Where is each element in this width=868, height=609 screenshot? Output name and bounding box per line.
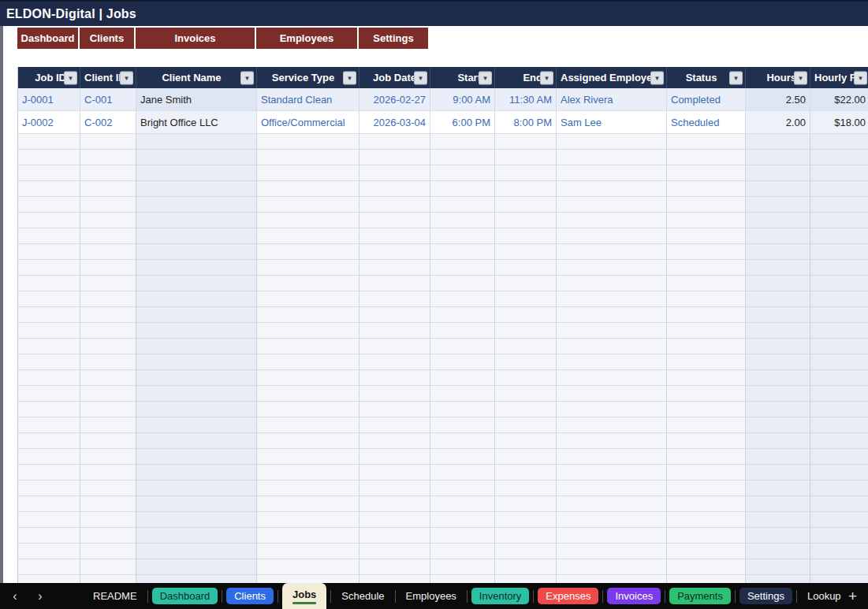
empty-cell[interactable] [667, 370, 746, 386]
add-sheet-button[interactable]: + [848, 589, 857, 603]
empty-cell[interactable] [257, 339, 359, 355]
empty-cell[interactable] [18, 512, 80, 528]
empty-cell[interactable] [557, 481, 667, 496]
empty-cell[interactable] [257, 134, 359, 150]
empty-cell[interactable] [810, 496, 868, 512]
empty-cell[interactable] [667, 496, 746, 512]
empty-cell[interactable] [495, 165, 557, 181]
empty-cell[interactable] [430, 544, 495, 559]
empty-cell[interactable] [495, 449, 557, 465]
empty-cell[interactable] [18, 228, 80, 244]
empty-cell[interactable] [430, 228, 495, 244]
filter-dropdown-button[interactable]: ▼ [650, 71, 664, 84]
empty-cell[interactable] [430, 433, 495, 449]
empty-cell[interactable] [810, 260, 868, 276]
empty-cell[interactable] [557, 402, 667, 418]
empty-cell[interactable] [495, 544, 557, 559]
empty-cell[interactable] [557, 260, 667, 276]
empty-cell[interactable] [80, 339, 136, 355]
sheet-tab-inventory[interactable]: Inventory [471, 588, 529, 604]
empty-cell[interactable] [746, 244, 810, 260]
empty-cell[interactable] [80, 165, 136, 181]
empty-cell[interactable] [359, 276, 430, 292]
empty-cell[interactable] [359, 355, 430, 370]
column-header-client-name[interactable]: Client Name▼ [136, 67, 257, 88]
empty-cell[interactable] [430, 481, 495, 496]
empty-cell[interactable] [80, 260, 136, 276]
empty-cell[interactable] [257, 244, 359, 260]
empty-cell[interactable] [136, 465, 257, 481]
empty-cell[interactable] [557, 307, 667, 323]
empty-cell[interactable] [810, 402, 868, 418]
empty-cell[interactable] [746, 465, 810, 481]
empty-cell[interactable] [810, 339, 868, 355]
empty-cell[interactable] [18, 433, 80, 449]
column-header-job-date[interactable]: Job Date▼ [359, 67, 430, 88]
empty-cell[interactable] [430, 150, 495, 165]
sheet-tab-clients[interactable]: Clients [226, 588, 274, 604]
empty-cell[interactable] [810, 181, 868, 197]
empty-cell[interactable] [495, 355, 557, 370]
empty-cell[interactable] [667, 386, 746, 402]
empty-cell[interactable] [430, 386, 495, 402]
empty-cell[interactable] [746, 418, 810, 433]
empty-cell[interactable] [136, 197, 257, 213]
empty-cell[interactable] [495, 276, 557, 292]
empty-cell[interactable] [495, 465, 557, 481]
empty-cell[interactable] [18, 528, 80, 544]
empty-cell[interactable] [746, 134, 810, 150]
empty-cell[interactable] [667, 323, 746, 339]
empty-cell[interactable] [495, 512, 557, 528]
empty-cell[interactable] [746, 449, 810, 465]
empty-cell[interactable] [667, 512, 746, 528]
empty-cell[interactable] [557, 165, 667, 181]
empty-cell[interactable] [495, 370, 557, 386]
empty-cell[interactable] [136, 386, 257, 402]
empty-cell[interactable] [18, 260, 80, 276]
empty-cell[interactable] [257, 165, 359, 181]
empty-cell[interactable] [80, 433, 136, 449]
empty-cell[interactable] [495, 339, 557, 355]
empty-cell[interactable] [495, 481, 557, 496]
empty-cell[interactable] [746, 197, 810, 213]
empty-cell[interactable] [430, 512, 495, 528]
empty-cell[interactable] [80, 323, 136, 339]
empty-cell[interactable] [810, 134, 868, 150]
cell-service-type[interactable]: Office/Commercial [257, 111, 359, 134]
empty-cell[interactable] [746, 307, 810, 323]
empty-cell[interactable] [810, 323, 868, 339]
column-header-start[interactable]: Start▼ [430, 67, 495, 88]
empty-cell[interactable] [667, 244, 746, 260]
empty-cell[interactable] [359, 386, 430, 402]
empty-cell[interactable] [18, 465, 80, 481]
filter-dropdown-button[interactable]: ▼ [729, 71, 743, 84]
empty-cell[interactable] [359, 244, 430, 260]
empty-cell[interactable] [557, 528, 667, 544]
empty-cell[interactable] [667, 134, 746, 150]
empty-cell[interactable] [136, 276, 257, 292]
empty-cell[interactable] [359, 197, 430, 213]
empty-cell[interactable] [430, 402, 495, 418]
filter-dropdown-button[interactable]: ▼ [343, 71, 356, 84]
empty-cell[interactable] [359, 307, 430, 323]
sheet-tab-lookup[interactable]: Lookup [801, 588, 848, 604]
empty-cell[interactable] [746, 339, 810, 355]
empty-cell[interactable] [667, 528, 746, 544]
empty-cell[interactable] [136, 339, 257, 355]
cell-job-id[interactable]: J-0002 [18, 111, 80, 134]
empty-cell[interactable] [495, 433, 557, 449]
empty-cell[interactable] [257, 292, 359, 307]
empty-cell[interactable] [430, 449, 495, 465]
empty-cell[interactable] [746, 544, 810, 559]
empty-cell[interactable] [667, 197, 746, 213]
empty-cell[interactable] [136, 228, 257, 244]
empty-cell[interactable] [746, 323, 810, 339]
empty-cell[interactable] [810, 512, 868, 528]
column-header-assigned-employee[interactable]: Assigned Employee▼ [557, 67, 667, 88]
empty-cell[interactable] [257, 528, 359, 544]
empty-cell[interactable] [136, 512, 257, 528]
empty-cell[interactable] [746, 260, 810, 276]
empty-cell[interactable] [667, 260, 746, 276]
empty-cell[interactable] [80, 213, 136, 228]
empty-cell[interactable] [257, 512, 359, 528]
